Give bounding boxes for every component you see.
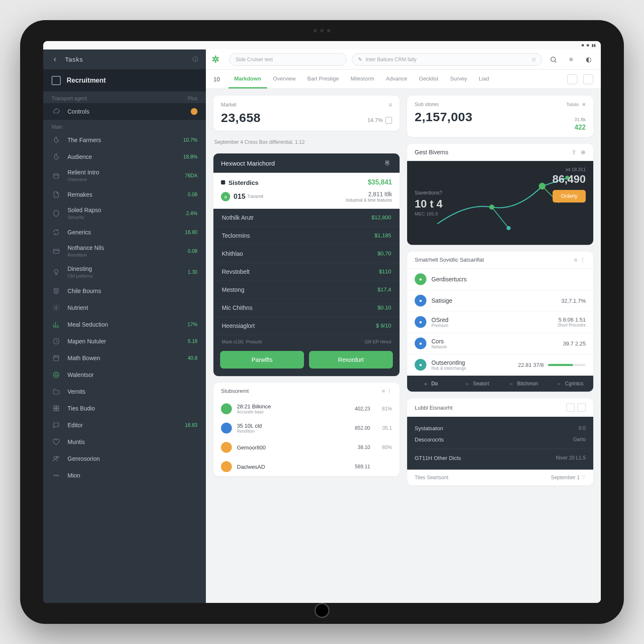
search-icon[interactable] bbox=[547, 53, 560, 66]
list-item[interactable]: Khithlao$0,70 bbox=[213, 245, 400, 263]
layout-toggle-1[interactable] bbox=[567, 74, 577, 84]
card-menu-icon[interactable]: ≡ bbox=[574, 257, 577, 263]
svg-rect-10 bbox=[57, 409, 59, 411]
trend-icon bbox=[385, 117, 392, 124]
sidebar-item-editor[interactable]: Editor16.83 bbox=[43, 417, 206, 434]
subscriber-row[interactable]: 28:21 BilkinceAccurate base402.2381% bbox=[213, 399, 400, 418]
sidebar-group-label: Main bbox=[43, 120, 206, 132]
sidebar-item-generics[interactable]: Generics16.80 bbox=[43, 224, 206, 241]
sidebar-item-chile-bourns[interactable]: Chile Bourns bbox=[43, 283, 206, 299]
section-caption: September 4 Cross Box differential, 1:12 bbox=[213, 138, 400, 147]
svg-point-12 bbox=[57, 456, 59, 458]
list-item[interactable]: Revstobelt$110 bbox=[213, 263, 400, 281]
harvest-secondary-button[interactable]: Rexordurt bbox=[309, 351, 393, 369]
layout-toggle-2[interactable] bbox=[583, 74, 593, 84]
service-row[interactable]: ●CorsNetwork39.7 2.25 bbox=[407, 333, 593, 354]
sidebar-item-remakes[interactable]: Remakes0.08 bbox=[43, 186, 206, 203]
sidebar-item-the-farmers[interactable]: The Farmers10.7% bbox=[43, 132, 206, 148]
sidebar-item-vernits[interactable]: Vernits bbox=[43, 383, 206, 400]
list-item[interactable]: Heensiaglort$ 9/10 bbox=[213, 317, 400, 335]
tab-count: 10 bbox=[213, 76, 220, 83]
tab-survey[interactable]: Survey bbox=[444, 70, 473, 88]
sidebar-item-math-bowen[interactable]: Math Bowen40.8 bbox=[43, 350, 206, 366]
omnibox-input[interactable]: ✎ Inter Bailces CRM faily ⊙ bbox=[352, 53, 542, 66]
sidebar-item-walentsor[interactable]: Walentsor bbox=[43, 366, 206, 383]
sidebar-item-nothance-nils[interactable]: Nothance NilsRendition0.08 bbox=[43, 241, 206, 262]
svg-point-17 bbox=[489, 205, 494, 210]
tab-bart prestige[interactable]: Bart Prestige bbox=[301, 70, 345, 88]
svg-point-16 bbox=[551, 57, 556, 62]
sidebar-item-dinesting[interactable]: DinestingOld patterns1.30 bbox=[43, 262, 206, 283]
stat-value: 2,157,003 bbox=[415, 110, 473, 124]
sidebar-item-soled-rapso[interactable]: Soled RapsoSecurity2.4% bbox=[43, 203, 206, 224]
sidebar-item-mapen-nutuler[interactable]: Mapen Nutuler5.18 bbox=[43, 333, 206, 350]
order-button[interactable]: Orderly bbox=[553, 190, 586, 203]
calendar-icon bbox=[52, 353, 61, 363]
service-row[interactable]: ●Satisige32,7.1.7% bbox=[407, 290, 593, 312]
sidebar-item-controls[interactable]: Controls bbox=[43, 103, 206, 120]
action-square-1[interactable] bbox=[566, 403, 575, 412]
card-menu-icon[interactable]: ≡ ⋮ bbox=[382, 388, 392, 394]
close-icon[interactable]: ✕ bbox=[582, 102, 586, 107]
svg-point-18 bbox=[539, 183, 545, 190]
subscriber-row[interactable]: 35 10L cldRendition852.0005.1 bbox=[213, 418, 400, 438]
info-icon[interactable]: ⓘ bbox=[192, 56, 198, 63]
tab-markdown[interactable]: Markdown bbox=[229, 70, 267, 88]
sidebar-item-genrosorion[interactable]: Genrosorion bbox=[43, 450, 206, 467]
subscriber-row[interactable]: Gemoor80038.1080% bbox=[213, 438, 400, 457]
sub-tab-do[interactable]: ▹Do bbox=[407, 376, 454, 392]
sidebar-item-nutrient[interactable]: Nutrient bbox=[43, 299, 206, 316]
harvest-primary-button[interactable]: Parwifts bbox=[220, 351, 304, 369]
home-button[interactable] bbox=[314, 603, 330, 618]
map-view[interactable]: Saventions? 10 t 4 MEC 185.9 ixt 18.311 … bbox=[407, 161, 593, 245]
profile-icon[interactable]: ◐ bbox=[582, 53, 595, 66]
back-button[interactable] bbox=[51, 55, 59, 64]
sidebar-item-relient-intro[interactable]: Relient IntroOverview76DA bbox=[43, 165, 206, 186]
mic-icon[interactable]: ⊙ bbox=[532, 57, 536, 62]
sub-tab-bitchmon[interactable]: ▹Bitchmon bbox=[500, 376, 547, 392]
tab-icon: ▹ bbox=[509, 381, 514, 387]
gear-icon bbox=[52, 303, 61, 312]
tab-overview[interactable]: Overview bbox=[267, 70, 301, 88]
svg-rect-4 bbox=[54, 356, 59, 361]
sub-tab-seatort[interactable]: ▹Seatort bbox=[454, 376, 500, 392]
folder-icon bbox=[52, 387, 61, 396]
tab-advance[interactable]: Advance bbox=[380, 70, 413, 88]
sub-tab-cgrintcs[interactable]: ▹Cgrintcs bbox=[547, 376, 593, 392]
sidebar-item-ties-budio[interactable]: Ties Budio bbox=[43, 400, 206, 417]
service-row[interactable]: ●OSredPremium5 8:06 1.51Short Precedre bbox=[407, 312, 593, 333]
heart-icon[interactable]: ♡ bbox=[581, 475, 586, 480]
lock-icon[interactable]: ⊕ bbox=[581, 149, 586, 156]
share-icon[interactable]: ⇪ bbox=[571, 149, 576, 156]
progress-bar bbox=[548, 364, 586, 366]
shield-icon bbox=[52, 209, 61, 218]
tab-liad[interactable]: Liad bbox=[473, 70, 495, 88]
sidebar-item-mion[interactable]: Mion bbox=[43, 467, 206, 484]
svg-point-15 bbox=[57, 475, 58, 476]
list-item[interactable]: Teclormins$1,185 bbox=[213, 227, 400, 245]
sidebar-item-meal-seduction[interactable]: Meal Seduction17% bbox=[43, 316, 206, 333]
avatar: ● bbox=[415, 338, 426, 349]
tab-milestorm[interactable]: Milestorm bbox=[345, 70, 380, 88]
service-row[interactable]: ●Gerdisertucrs bbox=[407, 269, 593, 290]
grid-icon bbox=[52, 404, 61, 413]
stat-label: Market bbox=[221, 102, 236, 108]
action-square-2[interactable] bbox=[577, 403, 586, 412]
list-item[interactable]: Nothilk Arutr$12,800 bbox=[213, 209, 400, 227]
sidebar-item-muntis[interactable]: Muntis bbox=[43, 434, 206, 450]
card-menu-icon[interactable]: ≡ bbox=[389, 101, 392, 108]
menu-icon[interactable]: ≡ bbox=[565, 53, 577, 66]
svg-point-20 bbox=[506, 226, 511, 230]
service-row[interactable]: ●OutserontlngHub & interchange22.81 37/8 bbox=[407, 354, 593, 376]
svg-rect-9 bbox=[54, 409, 56, 411]
subscriber-row[interactable]: DaclwesAD589.11 bbox=[213, 457, 400, 476]
list-item[interactable]: Mic Chithns$0.10 bbox=[213, 299, 400, 317]
list-item[interactable]: Mestong$17,4 bbox=[213, 281, 400, 299]
search-input[interactable]: Side Cruiser text bbox=[229, 53, 347, 66]
tab-gecklist[interactable]: Gecklist bbox=[413, 70, 444, 88]
svg-rect-1 bbox=[53, 249, 59, 253]
svg-rect-8 bbox=[57, 406, 59, 408]
sidebar-item-audience[interactable]: Audience18.8% bbox=[43, 148, 206, 165]
status-bar: ▮▮ bbox=[43, 41, 601, 49]
card-more-icon[interactable]: ⋮ bbox=[580, 257, 586, 263]
